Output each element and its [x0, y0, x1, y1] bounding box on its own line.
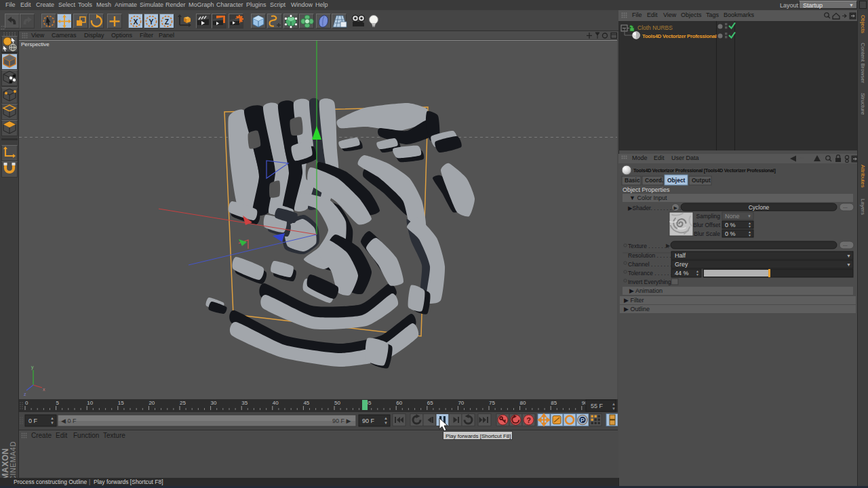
svg-text:▶: ▶: [674, 205, 678, 210]
svg-text:80: 80: [520, 400, 526, 406]
svg-text:▼ Color Input: ▼ Color Input: [629, 195, 667, 201]
svg-text:▼: ▼: [50, 421, 54, 425]
svg-text:25: 25: [180, 400, 186, 406]
svg-text:▼: ▼: [846, 253, 851, 258]
svg-text:Basic: Basic: [625, 177, 640, 184]
svg-text:Texture . . . . . . .: Texture . . . . . . .: [628, 243, 669, 249]
svg-text:Tolerance . . . . . . .: Tolerance . . . . . . .: [628, 270, 675, 277]
svg-text:▶ Outline: ▶ Outline: [624, 306, 650, 312]
svg-text:▼: ▼: [748, 224, 751, 228]
svg-text:75: 75: [489, 400, 495, 406]
svg-text:Tools4D Vectorizor Professiona: Tools4D Vectorizor Professional [Tools4D…: [633, 167, 776, 174]
svg-text:...: ...: [843, 241, 848, 247]
svg-text:▼: ▼: [696, 272, 699, 277]
svg-text:P: P: [580, 417, 585, 424]
svg-text:Cloth NURBS: Cloth NURBS: [637, 24, 673, 31]
svg-text:▼: ▼: [384, 421, 388, 425]
svg-text:90 F ▶: 90 F ▶: [332, 418, 351, 424]
svg-text:40: 40: [273, 400, 279, 406]
svg-text:▶: ▶: [666, 243, 671, 249]
svg-text:0: 0: [25, 400, 28, 406]
svg-text:...: ...: [843, 203, 848, 209]
svg-text:◀ 0 F: ◀ 0 F: [61, 418, 77, 424]
svg-text:45: 45: [303, 400, 309, 406]
svg-text:Channel . . . . . . . .: Channel . . . . . . . .: [628, 261, 675, 268]
svg-text:30: 30: [211, 400, 217, 406]
svg-text:0 %: 0 %: [725, 222, 736, 228]
svg-text:Object Properties: Object Properties: [623, 186, 670, 193]
svg-text:▲: ▲: [384, 416, 388, 420]
svg-text:Tools4D Vectorizer Professiona: Tools4D Vectorizer Professional: [642, 33, 716, 39]
svg-text:Coord.: Coord.: [645, 177, 663, 184]
svg-text:5: 5: [56, 400, 60, 406]
svg-text:Output: Output: [692, 177, 711, 184]
svg-text:Sampling: Sampling: [696, 213, 721, 220]
svg-text:Half: Half: [675, 252, 686, 259]
svg-text:▼: ▼: [747, 214, 751, 218]
svg-text:Z: Z: [165, 18, 170, 26]
svg-text:▼: ▼: [846, 262, 851, 267]
svg-text:0 %: 0 %: [725, 230, 736, 237]
svg-text:▼: ▼: [748, 233, 751, 237]
svg-text:Object: Object: [667, 177, 686, 184]
svg-text:70: 70: [458, 400, 464, 406]
svg-text:▲: ▲: [612, 402, 616, 406]
svg-text:85: 85: [551, 400, 557, 406]
svg-text:15: 15: [118, 400, 124, 406]
svg-text:x: x: [43, 387, 45, 392]
svg-text:0 F: 0 F: [28, 418, 38, 424]
svg-text:▼: ▼: [612, 407, 616, 411]
svg-text:90 F: 90 F: [362, 418, 375, 424]
svg-text:▶ Animation: ▶ Animation: [629, 287, 663, 294]
svg-text:Y: Y: [149, 18, 153, 26]
svg-text:35: 35: [241, 400, 248, 406]
svg-text:y: y: [31, 365, 34, 370]
svg-text:65: 65: [427, 400, 433, 406]
svg-text:Invert Everything: Invert Everything: [628, 279, 671, 285]
svg-text:20: 20: [149, 400, 155, 406]
svg-text:Blur Scale: Blur Scale: [694, 230, 720, 237]
svg-text:None: None: [725, 213, 740, 220]
svg-text:X: X: [133, 18, 138, 26]
svg-text:50: 50: [334, 400, 340, 406]
svg-text:z: z: [24, 392, 26, 396]
svg-text:Perspective: Perspective: [21, 41, 50, 47]
svg-text:Blur Offset: Blur Offset: [693, 222, 721, 228]
svg-text:Resolution . . . . .: Resolution . . . . .: [628, 252, 671, 259]
svg-text:44 %: 44 %: [675, 270, 689, 277]
svg-text:?: ?: [526, 416, 531, 424]
svg-text:55 F: 55 F: [591, 403, 604, 409]
svg-text:▲: ▲: [50, 416, 54, 420]
svg-text:Grey: Grey: [675, 261, 688, 268]
svg-text:▶ Filter: ▶ Filter: [624, 297, 644, 304]
svg-text:Cyclone: Cyclone: [749, 204, 770, 211]
svg-text:10: 10: [87, 400, 93, 406]
svg-text:60: 60: [396, 400, 402, 406]
